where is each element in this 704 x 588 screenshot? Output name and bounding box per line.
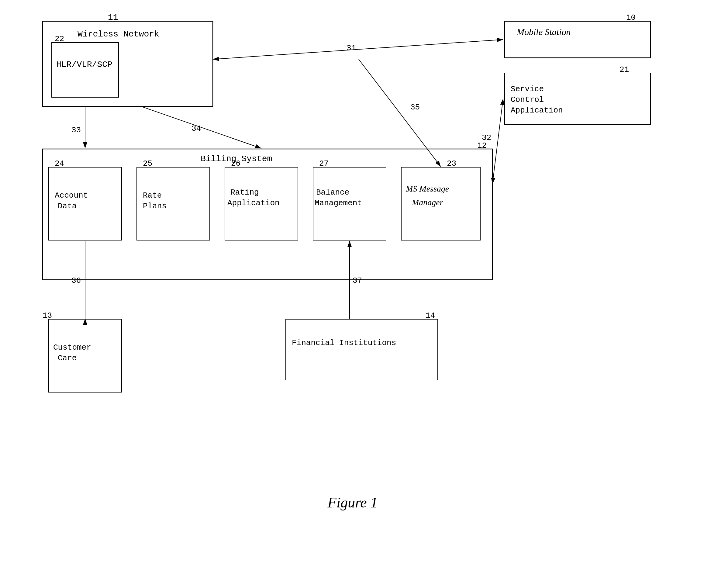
svg-text:Mobile Station: Mobile Station [517, 27, 571, 37]
svg-rect-2 [43, 21, 213, 106]
svg-rect-5 [52, 43, 119, 97]
svg-rect-27 [225, 167, 298, 240]
svg-rect-16 [43, 149, 492, 280]
svg-text:Application: Application [227, 198, 280, 208]
svg-text:33: 33 [71, 126, 81, 135]
svg-text:36: 36 [71, 276, 81, 285]
svg-text:Manager: Manager [412, 198, 443, 207]
svg-text:Wireless Network: Wireless Network [77, 30, 159, 39]
svg-rect-8 [505, 21, 650, 58]
figure-caption: Figure 1 [328, 494, 378, 511]
svg-text:Rate: Rate [143, 191, 162, 200]
svg-text:24: 24 [55, 159, 64, 168]
svg-text:31: 31 [347, 44, 356, 53]
svg-text:11: 11 [108, 13, 118, 22]
svg-text:Rating: Rating [230, 188, 259, 197]
svg-text:Care: Care [58, 354, 76, 363]
svg-text:Control: Control [511, 95, 544, 104]
svg-text:35: 35 [410, 103, 420, 112]
svg-rect-35 [401, 167, 480, 240]
svg-text:Service: Service [511, 84, 544, 94]
svg-rect-23 [137, 167, 210, 240]
svg-line-54 [359, 59, 441, 167]
svg-text:Management: Management [314, 198, 362, 208]
svg-rect-11 [505, 73, 650, 125]
svg-text:Customer: Customer [53, 343, 91, 352]
svg-text:22: 22 [55, 34, 64, 44]
svg-text:Billing System: Billing System [200, 154, 272, 164]
svg-text:Application: Application [511, 106, 563, 115]
svg-text:10: 10 [626, 13, 636, 22]
svg-line-46 [213, 40, 503, 59]
svg-line-48 [492, 99, 503, 184]
svg-text:25: 25 [143, 159, 152, 168]
svg-text:Account: Account [55, 191, 88, 200]
svg-text:14: 14 [425, 311, 435, 320]
svg-text:Data: Data [58, 201, 76, 211]
svg-rect-39 [49, 319, 122, 392]
svg-text:23: 23 [447, 159, 456, 168]
svg-text:Balance: Balance [316, 188, 349, 197]
svg-text:21: 21 [620, 65, 629, 74]
svg-text:HLR/VLR/SCP: HLR/VLR/SCP [56, 60, 112, 69]
svg-text:32: 32 [482, 133, 491, 142]
svg-text:12: 12 [477, 141, 487, 150]
svg-text:27: 27 [319, 159, 329, 168]
svg-text:MS Message: MS Message [406, 184, 449, 193]
svg-text:Plans: Plans [143, 201, 167, 211]
svg-rect-43 [286, 319, 438, 380]
svg-text:13: 13 [43, 311, 52, 320]
svg-rect-19 [49, 167, 122, 240]
svg-text:Financial Institutions: Financial Institutions [292, 338, 396, 348]
svg-text:37: 37 [353, 276, 362, 285]
svg-text:34: 34 [191, 124, 201, 133]
svg-line-52 [143, 107, 261, 149]
svg-rect-31 [313, 167, 386, 240]
svg-text:26: 26 [231, 159, 240, 168]
